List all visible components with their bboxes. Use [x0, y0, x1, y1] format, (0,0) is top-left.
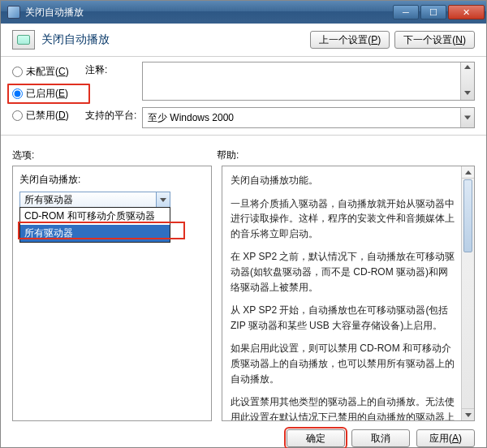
help-scrollbar[interactable]	[461, 166, 474, 420]
divider-2	[1, 135, 486, 136]
comment-input[interactable]	[142, 62, 475, 101]
drive-combo[interactable]: 所有驱动器	[19, 192, 170, 208]
comment-scroll-up[interactable]	[464, 65, 471, 71]
policy-icon	[12, 30, 35, 50]
config-area: 未配置(C) 已启用(E) 已禁用(D) 注释:	[1, 62, 486, 131]
drive-combo-dropdown: CD-ROM 和可移动介质驱动器 所有驱动器	[19, 207, 170, 243]
radio-disabled[interactable]: 已禁用(D)	[12, 109, 85, 123]
drive-combo-button[interactable]	[156, 192, 170, 207]
platform-scroll-icon	[464, 116, 471, 120]
radio-group: 未配置(C) 已启用(E) 已禁用(D)	[12, 62, 85, 128]
platform-row: 支持的平台: 至少 Windows 2000	[85, 107, 475, 128]
lower-panes: 关闭自动播放: 所有驱动器 CD-ROM 和可移动介质驱动器 所有驱动器 关闭自…	[1, 166, 486, 421]
help-pane: 关闭自动播放功能。 一旦将介质插入驱动器，自动播放就开始从驱动器中进行读取操作。…	[222, 166, 475, 421]
footer: 确定 取消 应用(A)	[1, 421, 486, 447]
app-icon	[7, 6, 20, 19]
radio-enabled-input[interactable]	[12, 88, 23, 99]
next-setting-button[interactable]: 下一个设置(N)	[394, 31, 475, 49]
close-autoplay-label: 关闭自动播放:	[19, 173, 205, 187]
cancel-button[interactable]: 取消	[351, 429, 410, 447]
scroll-down-button[interactable]	[462, 408, 474, 420]
drive-combo-value: 所有驱动器	[24, 193, 73, 207]
divider	[1, 56, 486, 57]
close-button[interactable]: ✕	[448, 5, 485, 19]
radio-enabled[interactable]: 已启用(E)	[12, 87, 85, 101]
help-text: 关闭自动播放功能。 一旦将介质插入驱动器，自动播放就开始从驱动器中进行读取操作。…	[222, 166, 474, 420]
page-title: 关闭自动播放	[41, 32, 305, 47]
highlight-enabled: 已启用(E)	[7, 84, 90, 104]
config-right: 注释: 支持的平台: 至少 Windows 2000	[85, 62, 475, 128]
help-heading: 帮助:	[217, 149, 239, 162]
scroll-up-button[interactable]	[462, 166, 474, 179]
ok-button[interactable]: 确定	[287, 429, 345, 447]
section-labels: 选项: 帮助:	[1, 140, 486, 166]
window-controls: ─ ☐ ✕	[393, 5, 486, 19]
drive-option-cdrom[interactable]: CD-ROM 和可移动介质驱动器	[20, 208, 170, 225]
radio-disabled-input[interactable]	[12, 110, 23, 121]
platform-label: 支持的平台:	[85, 107, 137, 123]
drive-option-all[interactable]: 所有驱动器	[20, 225, 170, 242]
comment-label: 注释:	[85, 62, 137, 77]
options-pane: 关闭自动播放: 所有驱动器 CD-ROM 和可移动介质驱动器 所有驱动器	[12, 166, 212, 421]
titlebar: 关闭自动播放 ─ ☐ ✕	[1, 1, 486, 24]
minimize-button[interactable]: ─	[393, 5, 419, 19]
maximize-button[interactable]: ☐	[420, 5, 446, 19]
drive-combo-wrap: 所有驱动器 CD-ROM 和可移动介质驱动器 所有驱动器	[19, 192, 170, 208]
radio-unconfigured[interactable]: 未配置(C)	[12, 65, 85, 79]
platform-box: 至少 Windows 2000	[142, 107, 475, 128]
platform-value: 至少 Windows 2000	[148, 111, 234, 125]
options-heading: 选项:	[12, 149, 217, 162]
comment-scroll-down[interactable]	[464, 91, 471, 97]
apply-button[interactable]: 应用(A)	[416, 429, 475, 447]
scroll-thumb[interactable]	[463, 179, 472, 252]
radio-unconfigured-input[interactable]	[12, 67, 23, 77]
comment-row: 注释:	[85, 62, 475, 101]
header: 关闭自动播放 上一个设置(P) 下一个设置(N)	[1, 24, 486, 53]
window-title: 关闭自动播放	[25, 6, 393, 19]
prev-setting-button[interactable]: 上一个设置(P)	[310, 31, 390, 49]
dialog-window: 关闭自动播放 ─ ☐ ✕ 关闭自动播放 上一个设置(P) 下一个设置(N) 未配…	[0, 0, 487, 448]
